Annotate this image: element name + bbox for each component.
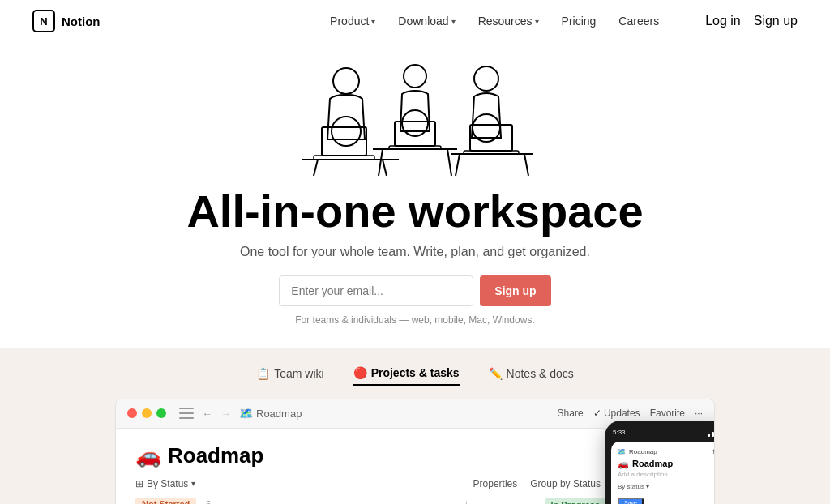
app-top-actions: Share ✓ Updates Favorite ···	[558, 408, 703, 419]
app-preview: ← → 🗺️ Roadmap Share ✓ Updates Favorite …	[115, 399, 715, 504]
chevron-down-icon: ▾	[191, 479, 195, 488]
phone-desc: Add a description...	[618, 471, 715, 478]
breadcrumb: 🗺️ Roadmap	[239, 407, 302, 420]
phone-breadcrumb-label: Roadmap	[629, 448, 657, 455]
login-link[interactable]: Log in	[705, 14, 741, 28]
tabs: 📋 Team wiki 🔴 Projects & tasks ✏️ Notes …	[0, 366, 830, 386]
svg-line-18	[456, 154, 460, 176]
email-input[interactable]	[279, 275, 473, 306]
logo-icon: N	[32, 10, 55, 32]
phone-save-button[interactable]: Save	[618, 498, 644, 504]
hero-subtitle: One tool for your whole team. Write, pla…	[240, 245, 590, 259]
nav-links: Product ▾ Download ▾ Resources ▾ Pricing…	[330, 14, 798, 28]
phone-upload-icon[interactable]: ⬆	[712, 448, 715, 455]
svg-line-11	[379, 149, 383, 176]
phone-title-icon: 🚗	[618, 459, 629, 469]
hero-note: For teams & individuals — web, mobile, M…	[295, 314, 534, 326]
tab-notes-docs-label: Notes & docs	[507, 367, 574, 380]
hero-section: All-in-one workspace One tool for your w…	[0, 42, 830, 348]
table-icon: ⊞	[135, 478, 143, 489]
forward-icon[interactable]: →	[220, 408, 231, 420]
close-button[interactable]	[127, 408, 137, 418]
team-wiki-icon: 📋	[256, 367, 270, 380]
phone-signal-icon	[708, 429, 715, 437]
back-icon[interactable]: ←	[202, 408, 212, 420]
logo-text: Notion	[62, 15, 100, 28]
tab-projects-tasks-label: Projects & tasks	[371, 366, 460, 379]
updates-button[interactable]: ✓ Updates	[593, 408, 640, 419]
status-badge-in-progress: In Progress	[545, 498, 607, 504]
svg-line-12	[447, 149, 451, 176]
minimize-button[interactable]	[142, 408, 152, 418]
share-button[interactable]: Share	[558, 408, 584, 419]
phone-status-bar: 5:33	[611, 429, 715, 437]
logo[interactable]: N Notion	[32, 10, 100, 32]
favorite-button[interactable]: Favorite	[650, 408, 685, 419]
nav-resources[interactable]: Resources ▾	[478, 15, 539, 28]
svg-line-19	[524, 154, 528, 176]
phone-breadcrumb-icon: 🗺️	[618, 448, 626, 455]
chevron-down-icon: ▾	[451, 17, 456, 26]
notes-docs-icon: ✏️	[489, 367, 503, 380]
properties-btn[interactable]: Properties	[473, 478, 518, 489]
tab-team-wiki-label: Team wiki	[274, 367, 323, 380]
navbar: N Notion Product ▾ Download ▾ Resources …	[0, 0, 830, 42]
breadcrumb-label: Roadmap	[256, 408, 302, 420]
row-add-icon[interactable]: ··· +	[451, 498, 470, 504]
nav-product[interactable]: Product ▾	[330, 15, 375, 28]
phone-time: 5:33	[613, 429, 626, 436]
hero-illustration	[277, 50, 553, 180]
group-by-btn[interactable]: Group by Status	[530, 478, 601, 489]
phone-screen: 🗺️ Roadmap ⬆ 🚗 Roadmap Add a description…	[611, 442, 715, 504]
tab-notes-docs[interactable]: ✏️ Notes & docs	[489, 366, 574, 386]
chevron-down-icon: ▾	[535, 17, 539, 26]
row-count: 6	[206, 499, 211, 504]
bottom-section: 📋 Team wiki 🔴 Projects & tasks ✏️ Notes …	[0, 348, 830, 504]
maximize-button[interactable]	[156, 408, 166, 418]
phone-by-status[interactable]: By status ▾	[618, 483, 715, 490]
tab-team-wiki[interactable]: 📋 Team wiki	[256, 366, 323, 386]
svg-line-4	[314, 160, 318, 176]
svg-point-13	[402, 110, 428, 136]
svg-point-0	[333, 68, 359, 94]
svg-point-6	[332, 117, 361, 146]
svg-line-5	[383, 160, 387, 176]
projects-tasks-icon: 🔴	[353, 366, 367, 379]
tab-projects-tasks[interactable]: 🔴 Projects & tasks	[353, 366, 460, 386]
hero-form: Sign up	[279, 275, 550, 306]
page-title-icon: 🚗	[135, 443, 161, 468]
traffic-lights	[127, 408, 166, 418]
svg-point-7	[404, 65, 426, 88]
group-by-status[interactable]: ⊞ By Status ▾	[135, 478, 195, 489]
nav-download[interactable]: Download ▾	[398, 15, 455, 28]
more-options-icon[interactable]: ···	[695, 408, 703, 419]
nav-pricing[interactable]: Pricing	[562, 15, 597, 28]
signup-link[interactable]: Sign up	[754, 14, 798, 28]
nav-auth: Log in Sign up	[705, 14, 798, 28]
nav-divider	[682, 14, 682, 28]
phone-navbar: 🗺️ Roadmap ⬆	[618, 448, 715, 455]
phone-page-title: 🚗 Roadmap	[618, 459, 715, 469]
sidebar-toggle-icon[interactable]	[179, 408, 194, 419]
hero-title: All-in-one workspace	[186, 186, 643, 237]
nav-careers[interactable]: Careers	[618, 15, 659, 28]
phone-mockup: 5:33 🗺️ Roadmap ⬆ 🚗	[605, 421, 715, 504]
breadcrumb-icon: 🗺️	[239, 407, 253, 420]
signup-button[interactable]: Sign up	[480, 275, 550, 306]
chevron-down-icon: ▾	[371, 17, 375, 26]
svg-point-14	[474, 66, 498, 91]
app-content: 🚗 Roadmap ⊞ By Status ▾ Properties Group…	[116, 429, 714, 504]
status-badge-not-started: Not Started	[135, 498, 196, 504]
